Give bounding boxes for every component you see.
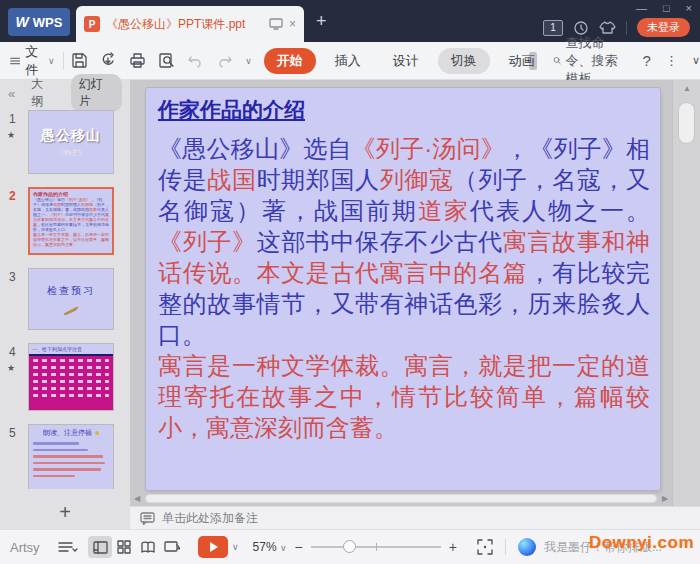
status-bar: Artsy ∨ 57% ∨ − + 我 [0,529,700,564]
more-options-icon[interactable]: ⋮ [665,53,678,68]
horizontal-scrollbar: ◀ ▶ [132,492,670,504]
notes-bubble-icon [140,512,155,525]
thumbnail-row-2: 2 作家作品的介绍 《愚公移山》选自《列子·汤问》，《列子》相传是战国时期郑国人… [28,187,124,255]
horizontal-scroll-track[interactable] [145,494,657,503]
collapse-ribbon-icon[interactable]: ∨ [692,54,700,67]
scroll-right-icon[interactable]: ▶ [660,494,670,503]
zoom-slider[interactable] [311,546,441,548]
thumbnail-list: 1 ★ 愚公移山 《列子》 2 作家作品的介绍 《愚公移山》选自《列子·汤问》，… [0,110,124,489]
thumbnail-row-1: 1 ★ 愚公移山 《列子》 [28,110,124,174]
tab-slides[interactable]: 幻灯片 [71,74,122,112]
window-controls: — □ × [636,2,692,14]
add-slide-button[interactable]: + [0,501,130,523]
document-tab[interactable]: P 《愚公移山》PPT课件.ppt × [76,6,304,42]
assistant-message: 我是墨仔！帮你排版... [544,539,662,556]
scroll-up-icon[interactable]: ▲ [673,84,700,93]
tab-outline[interactable]: 大纲 [23,74,63,112]
minimize-icon[interactable]: — [636,2,647,14]
thumb2-mini-body: 《愚公移山》选自《列子·汤问》，《列子》相传是战国时期郑国人列御寇（列子，名寇，… [33,197,109,247]
new-tab-button[interactable]: + [316,12,327,30]
ribbon-tabs: 开始插入设计切换动画 [264,48,537,74]
save-icon[interactable] [71,52,88,69]
thumbnail-row-4: 4 ★ 一、给下列加点字注音 [28,343,124,411]
quickbar-dropdown-icon[interactable]: ∨ [245,56,252,66]
thumb1-subtitle: 《列子》 [57,148,85,158]
ribbon-tab-开始[interactable]: 开始 [264,48,316,74]
notes-placeholder: 单击此处添加备注 [162,510,258,527]
slide-title[interactable]: 作家作品的介绍 [158,96,650,124]
wps-logo-icon: W [16,14,29,30]
close-tab-icon[interactable]: × [289,17,296,31]
collapse-panel-icon[interactable]: « [8,86,15,101]
yellow-dot-icon [95,431,99,435]
thumb1-title: 愚公移山 [41,127,101,145]
slide-number: 2 [9,189,16,203]
normal-view-button[interactable] [88,536,112,558]
slide-number: 4 [9,345,16,359]
thumbnail-row-5: 5 朗读、注意停顿 [28,424,124,489]
vertical-scroll-thumb[interactable] [678,102,695,144]
help-icon[interactable]: ? [643,52,651,69]
editing-canvas: 作家作品的介绍 《愚公移山》选自《列子·汤问》，《列子》相传是战国时期郑国人列御… [130,80,672,506]
print-preview-icon[interactable] [158,52,175,69]
scroll-left-icon[interactable]: ◀ [132,494,142,503]
slide-number: 3 [9,270,16,284]
slide-panel: « 大纲 幻灯片 1 ★ 愚公移山 《列子》 2 作家作品的介绍 《愚公移山》选… [0,80,130,529]
print-icon[interactable] [129,52,146,69]
slideshow-view-button[interactable] [160,536,184,558]
animation-star-icon: ★ [7,130,15,140]
thumb4-body [29,356,113,410]
zoom-chevron-icon: ∨ [280,543,287,553]
wps-logo-label: WPS [33,15,63,30]
thumb5-title: 朗读、注意停顿 [33,428,109,438]
zoom-level-label[interactable]: 57% ∨ [253,540,287,554]
slide-thumbnail-5[interactable]: 朗读、注意停顿 [28,424,114,489]
ribbon-tab-切换[interactable]: 切换 [438,48,490,74]
slide-number: 1 [9,112,16,126]
animation-star-icon: ★ [7,363,15,373]
maximize-icon[interactable]: □ [663,2,670,14]
slide-number: 5 [9,426,16,440]
vertical-scrollbar: ▲ [672,80,700,506]
zoom-out-icon[interactable]: − [295,539,303,555]
ai-assistant-icon[interactable] [518,538,536,556]
notes-toggle-icon[interactable] [58,540,78,554]
titlebar-separator [626,21,627,35]
login-button[interactable]: 未登录 [637,18,690,37]
export-pdf-icon[interactable] [100,52,117,69]
zoom-slider-knob[interactable] [343,540,356,553]
wps-presentation-window: W WPS P 《愚公移山》PPT课件.ppt × + — □ × 1 [0,0,700,564]
ribbon-divider [63,52,64,70]
play-options-chevron-icon[interactable]: ∨ [232,542,239,552]
theme-name-label: Artsy [10,540,58,555]
undo-icon[interactable] [187,52,204,69]
play-slideshow-button[interactable] [198,536,228,558]
slide-thumbnail-1[interactable]: 愚公移山 《列子》 [28,110,114,174]
slide-body[interactable]: 《愚公移山》选自《列子·汤问》，《列子》相传是战国时期郑国人列御寇（列子，名寇，… [158,133,650,443]
slide-panel-header: « 大纲 幻灯片 [0,80,130,106]
reading-view-button[interactable] [136,536,160,558]
slide-thumbnail-4[interactable]: 一、给下列加点字注音 [28,343,114,411]
present-monitor-icon[interactable] [269,18,283,30]
slide-thumbnail-3[interactable]: 检查预习 [28,268,114,330]
ppt-file-icon: P [84,16,100,32]
fit-slide-icon[interactable] [477,539,493,555]
ribbon-tab-设计[interactable]: 设计 [380,48,432,74]
thumb4-title: 一、给下列加点字注音 [29,344,113,356]
file-menu-chevron-icon: ∨ [48,56,55,66]
zoom-in-icon[interactable]: + [449,539,457,555]
quick-access-bar: ∨ [71,52,252,69]
current-slide[interactable]: 作家作品的介绍 《愚公移山》选自《列子·汤问》，《列子》相传是战国时期郑国人列御… [146,88,660,490]
play-icon [210,542,218,552]
close-window-icon[interactable]: × [686,2,692,14]
ribbon-tab-插入[interactable]: 插入 [322,48,374,74]
document-tab-title: 《愚公移山》PPT课件.ppt [106,16,263,33]
slide-sorter-view-button[interactable] [112,536,136,558]
hamburger-icon [10,55,20,67]
redo-icon[interactable] [216,52,233,69]
thumbnail-row-3: 3 检查预习 [28,268,124,330]
wps-logo[interactable]: W WPS [8,8,70,36]
slide-thumbnail-2-selected[interactable]: 作家作品的介绍 《愚公移山》选自《列子·汤问》，《列子》相传是战国时期郑国人列御… [28,187,114,255]
ribbon-tab-动画[interactable]: 动画 [496,48,537,74]
notes-bar[interactable]: 单击此处添加备注 [130,506,700,529]
